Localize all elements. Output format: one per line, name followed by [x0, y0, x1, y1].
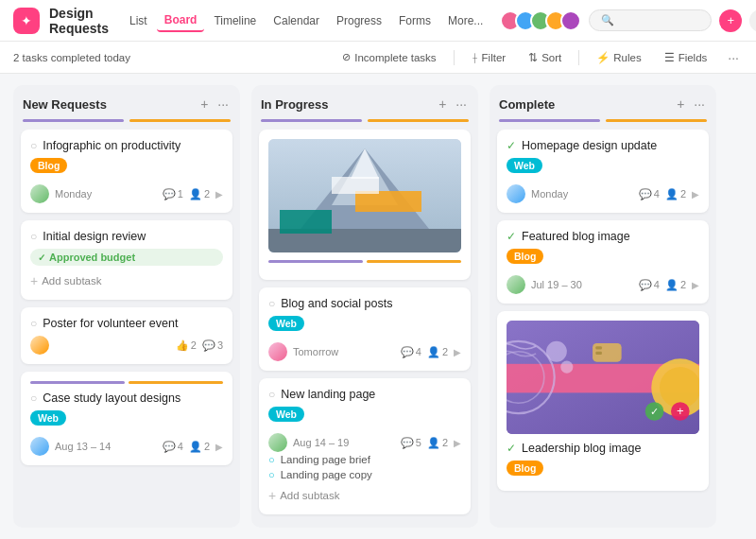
column-more-new[interactable]: ···	[215, 95, 231, 113]
tag-web-blog: Web	[268, 316, 304, 331]
nav-forms[interactable]: Forms	[391, 10, 438, 31]
date-homepage: Monday	[531, 188, 633, 200]
fields-icon: ☰	[664, 51, 675, 64]
subtask-2: ○ Landing page copy	[268, 467, 461, 482]
card-leadership[interactable]: ✓ +	[497, 311, 709, 491]
card-title-infographic: ○ Infographic on productivity	[30, 139, 223, 152]
card-case-study[interactable]: ○ Case study layout designs Web Aug 13 –…	[21, 372, 232, 465]
card-title-case: ○ Case study layout designs	[30, 391, 223, 405]
card-title-poster: ○ Poster for volunteer event	[30, 317, 223, 330]
card-landing-page[interactable]: ○ New landing page Web Aug 14 – 19 💬 5 👤…	[259, 378, 471, 514]
meta-featured: 💬 4 👤 2 ▶	[639, 279, 699, 291]
tag-web-landing: Web	[268, 407, 304, 422]
filter-btn[interactable]: ⟊ Filter	[466, 50, 512, 65]
column-more-complete[interactable]: ···	[692, 95, 707, 113]
column-add-progress[interactable]: +	[437, 95, 448, 113]
tag-blog-infographic: Blog	[30, 158, 67, 173]
subtask-circle-1: ○	[268, 454, 275, 465]
add-button[interactable]: +	[719, 9, 742, 32]
add-subtask-review[interactable]: + Add subtask	[30, 271, 223, 290]
card-title-leadership: ✓ Leadership blog image	[507, 442, 699, 455]
date-landing: Aug 14 – 19	[293, 437, 395, 448]
card-infographic[interactable]: ○ Infographic on productivity Blog Monda…	[21, 130, 232, 213]
chevron-featured: ▶	[692, 280, 699, 290]
add-icon: +	[30, 273, 38, 288]
column-header-new: New Requests + ···	[13, 85, 240, 119]
nav-progress[interactable]: Progress	[329, 10, 389, 31]
card-homepage[interactable]: ✓ Homepage design update Web Monday 💬 4 …	[497, 130, 709, 213]
incomplete-tasks-btn[interactable]: ⊘ Incomplete tasks	[336, 49, 441, 65]
avatar-infographic	[30, 184, 49, 203]
svg-rect-6	[355, 191, 421, 212]
bar-purple	[30, 381, 125, 384]
card-blog-social[interactable]: ○ Blog and social posts Web Tomorrow 💬 4…	[259, 287, 471, 371]
column-lines-new	[13, 119, 240, 130]
column-header-complete: Complete + ···	[490, 85, 716, 119]
progress-bars-case	[30, 381, 223, 384]
line-orange-p	[368, 119, 469, 122]
assignees-homepage: 👤 2	[665, 188, 686, 200]
column-new-requests: New Requests + ··· ○ Infographic on prod…	[13, 85, 240, 528]
fields-btn[interactable]: ☰ Fields	[659, 49, 713, 66]
chevron-landing: ▶	[454, 438, 461, 448]
check-icon-featured: ✓	[507, 230, 516, 243]
comments-homepage: 💬 4	[639, 188, 660, 200]
avatar-featured	[507, 275, 525, 294]
chevron-infographic: ▶	[215, 189, 223, 200]
svg-point-15	[660, 367, 699, 409]
comments-infographic: 💬 1	[163, 188, 183, 200]
card-mountain[interactable]	[259, 130, 471, 280]
tag-web-homepage: Web	[507, 158, 542, 173]
column-more-progress[interactable]: ···	[454, 95, 469, 113]
card-title-blog: ○ Blog and social posts	[268, 297, 461, 310]
search-bar[interactable]: 🔍	[589, 9, 712, 31]
app-icon: ✦	[13, 8, 40, 34]
avatar-5	[560, 10, 581, 31]
check-icon-leadership: ✓	[507, 442, 516, 455]
date-infographic: Monday	[55, 188, 157, 200]
rules-btn[interactable]: ⚡ Rules	[591, 49, 646, 66]
card-footer-homepage: Monday 💬 4 👤 2 ▶	[507, 184, 699, 203]
line-purple	[23, 119, 124, 122]
nav-list[interactable]: List	[122, 10, 155, 31]
progress-bars-mountain	[268, 260, 461, 263]
top-navigation: ✦ Design Requests List Board Timeline Ca…	[0, 0, 756, 42]
avatar-homepage	[507, 184, 525, 203]
avatar-blog	[268, 342, 287, 361]
nav-more[interactable]: More...	[440, 10, 490, 31]
chevron-blog: ▶	[454, 347, 461, 357]
tag-blog-featured: Blog	[507, 249, 543, 264]
toolbar: 2 tasks completed today ⊘ Incomplete tas…	[0, 42, 756, 74]
card-design-review[interactable]: ○ Initial design review Approved budget …	[21, 220, 232, 300]
nav-board[interactable]: Board	[157, 9, 205, 32]
column-title-new: New Requests	[23, 97, 193, 112]
comments-case: 💬 4	[163, 441, 183, 453]
assignees-landing: 👤 2	[427, 437, 448, 449]
check-icon-homepage: ✓	[507, 139, 516, 152]
toolbar-more-btn[interactable]: ···	[724, 48, 743, 67]
bar-orange	[129, 381, 223, 384]
column-add-new[interactable]: +	[198, 95, 210, 113]
task-circle-icon-2: ○	[30, 230, 37, 243]
svg-rect-21	[595, 346, 602, 349]
add-subtask-landing[interactable]: + Add subtask	[268, 486, 461, 505]
meta-homepage: 💬 4 👤 2 ▶	[639, 188, 699, 200]
card-featured-blog[interactable]: ✓ Featured blog image Blog Jul 19 – 30 💬…	[497, 220, 709, 304]
date-featured: Jul 19 – 30	[531, 279, 633, 290]
tag-blog-leadership: Blog	[507, 461, 543, 476]
help-button[interactable]: ?	[749, 9, 756, 32]
sort-btn[interactable]: ⇅ Sort	[523, 49, 567, 66]
column-add-complete[interactable]: +	[675, 95, 686, 113]
assignees-case: 👤 2	[189, 441, 210, 453]
subtask-1: ○ Landing page brief	[268, 452, 461, 467]
approved-budget-tag: Approved budget	[30, 249, 223, 266]
meta-blog: 💬 4 👤 2 ▶	[401, 346, 461, 358]
divider-1	[454, 50, 455, 65]
card-title-homepage: ✓ Homepage design update	[507, 139, 699, 152]
assignees-featured: 👤 2	[665, 279, 686, 291]
nav-calendar[interactable]: Calendar	[266, 10, 327, 31]
nav-timeline[interactable]: Timeline	[206, 10, 264, 31]
task-circle-icon-5: ○	[268, 297, 275, 310]
task-circle-icon-4: ○	[30, 391, 37, 405]
card-poster[interactable]: ○ Poster for volunteer event 👍 2 💬 3	[21, 307, 232, 364]
